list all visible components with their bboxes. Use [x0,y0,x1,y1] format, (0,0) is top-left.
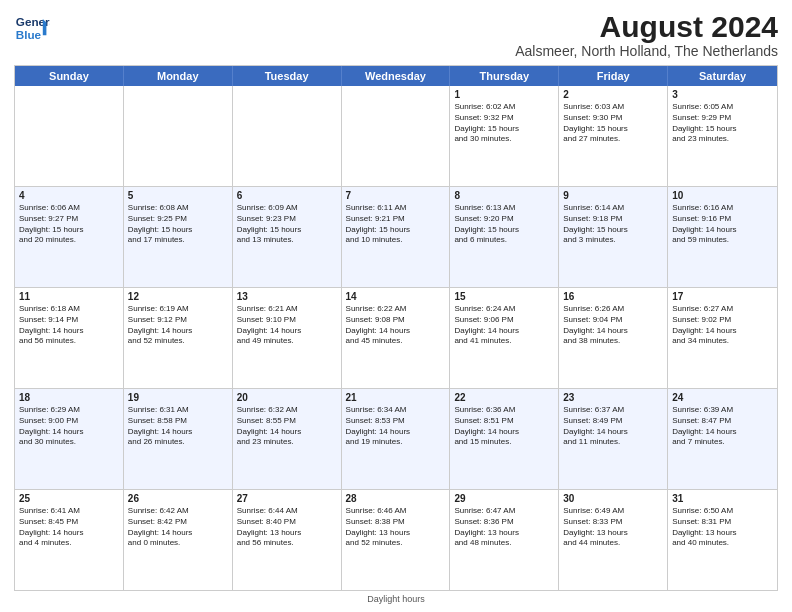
cell-text: Sunrise: 6:47 AM Sunset: 8:36 PM Dayligh… [454,506,554,549]
cal-cell: 8Sunrise: 6:13 AM Sunset: 9:20 PM Daylig… [450,187,559,287]
day-number: 8 [454,190,554,201]
calendar-row-1: 1Sunrise: 6:02 AM Sunset: 9:32 PM Daylig… [15,86,777,186]
calendar-header: SundayMondayTuesdayWednesdayThursdayFrid… [15,66,777,86]
cell-text: Sunrise: 6:27 AM Sunset: 9:02 PM Dayligh… [672,304,773,347]
cell-text: Sunrise: 6:50 AM Sunset: 8:31 PM Dayligh… [672,506,773,549]
day-number: 5 [128,190,228,201]
day-number: 27 [237,493,337,504]
day-number: 10 [672,190,773,201]
cal-cell: 9Sunrise: 6:14 AM Sunset: 9:18 PM Daylig… [559,187,668,287]
day-number: 30 [563,493,663,504]
cell-text: Sunrise: 6:18 AM Sunset: 9:14 PM Dayligh… [19,304,119,347]
cell-text: Sunrise: 6:22 AM Sunset: 9:08 PM Dayligh… [346,304,446,347]
cal-cell: 16Sunrise: 6:26 AM Sunset: 9:04 PM Dayli… [559,288,668,388]
day-number: 25 [19,493,119,504]
cal-cell: 11Sunrise: 6:18 AM Sunset: 9:14 PM Dayli… [15,288,124,388]
day-number: 26 [128,493,228,504]
cell-text: Sunrise: 6:24 AM Sunset: 9:06 PM Dayligh… [454,304,554,347]
cell-text: Sunrise: 6:06 AM Sunset: 9:27 PM Dayligh… [19,203,119,246]
day-header-wednesday: Wednesday [342,66,451,86]
cell-text: Sunrise: 6:31 AM Sunset: 8:58 PM Dayligh… [128,405,228,448]
cell-text: Sunrise: 6:05 AM Sunset: 9:29 PM Dayligh… [672,102,773,145]
cal-cell: 10Sunrise: 6:16 AM Sunset: 9:16 PM Dayli… [668,187,777,287]
calendar-row-2: 4Sunrise: 6:06 AM Sunset: 9:27 PM Daylig… [15,186,777,287]
day-header-thursday: Thursday [450,66,559,86]
cal-cell: 14Sunrise: 6:22 AM Sunset: 9:08 PM Dayli… [342,288,451,388]
cell-text: Sunrise: 6:29 AM Sunset: 9:00 PM Dayligh… [19,405,119,448]
cal-cell: 20Sunrise: 6:32 AM Sunset: 8:55 PM Dayli… [233,389,342,489]
cal-cell: 4Sunrise: 6:06 AM Sunset: 9:27 PM Daylig… [15,187,124,287]
day-number: 20 [237,392,337,403]
cell-text: Sunrise: 6:46 AM Sunset: 8:38 PM Dayligh… [346,506,446,549]
cell-text: Sunrise: 6:19 AM Sunset: 9:12 PM Dayligh… [128,304,228,347]
cal-cell: 2Sunrise: 6:03 AM Sunset: 9:30 PM Daylig… [559,86,668,186]
cell-text: Sunrise: 6:34 AM Sunset: 8:53 PM Dayligh… [346,405,446,448]
cal-cell: 15Sunrise: 6:24 AM Sunset: 9:06 PM Dayli… [450,288,559,388]
cal-cell: 3Sunrise: 6:05 AM Sunset: 9:29 PM Daylig… [668,86,777,186]
cell-text: Sunrise: 6:32 AM Sunset: 8:55 PM Dayligh… [237,405,337,448]
day-number: 7 [346,190,446,201]
day-number: 31 [672,493,773,504]
day-number: 3 [672,89,773,100]
cal-cell: 21Sunrise: 6:34 AM Sunset: 8:53 PM Dayli… [342,389,451,489]
cell-text: Sunrise: 6:49 AM Sunset: 8:33 PM Dayligh… [563,506,663,549]
cal-cell [342,86,451,186]
footer-note: Daylight hours [14,594,778,604]
cal-cell: 23Sunrise: 6:37 AM Sunset: 8:49 PM Dayli… [559,389,668,489]
day-number: 28 [346,493,446,504]
logo: General Blue [14,10,50,46]
day-number: 29 [454,493,554,504]
day-number: 17 [672,291,773,302]
day-number: 9 [563,190,663,201]
cell-text: Sunrise: 6:41 AM Sunset: 8:45 PM Dayligh… [19,506,119,549]
cell-text: Sunrise: 6:39 AM Sunset: 8:47 PM Dayligh… [672,405,773,448]
cal-cell: 18Sunrise: 6:29 AM Sunset: 9:00 PM Dayli… [15,389,124,489]
cell-text: Sunrise: 6:26 AM Sunset: 9:04 PM Dayligh… [563,304,663,347]
cal-cell: 28Sunrise: 6:46 AM Sunset: 8:38 PM Dayli… [342,490,451,590]
cell-text: Sunrise: 6:44 AM Sunset: 8:40 PM Dayligh… [237,506,337,549]
day-number: 16 [563,291,663,302]
logo-icon: General Blue [14,10,50,46]
page: General Blue August 2024 Aalsmeer, North… [0,0,792,612]
cal-cell: 31Sunrise: 6:50 AM Sunset: 8:31 PM Dayli… [668,490,777,590]
day-number: 12 [128,291,228,302]
day-header-monday: Monday [124,66,233,86]
day-header-saturday: Saturday [668,66,777,86]
cell-text: Sunrise: 6:42 AM Sunset: 8:42 PM Dayligh… [128,506,228,549]
day-header-tuesday: Tuesday [233,66,342,86]
cal-cell [124,86,233,186]
cell-text: Sunrise: 6:36 AM Sunset: 8:51 PM Dayligh… [454,405,554,448]
cell-text: Sunrise: 6:02 AM Sunset: 9:32 PM Dayligh… [454,102,554,145]
day-number: 23 [563,392,663,403]
calendar-row-4: 18Sunrise: 6:29 AM Sunset: 9:00 PM Dayli… [15,388,777,489]
cell-text: Sunrise: 6:11 AM Sunset: 9:21 PM Dayligh… [346,203,446,246]
day-number: 11 [19,291,119,302]
calendar-body: 1Sunrise: 6:02 AM Sunset: 9:32 PM Daylig… [15,86,777,590]
cal-cell: 22Sunrise: 6:36 AM Sunset: 8:51 PM Dayli… [450,389,559,489]
cal-cell: 17Sunrise: 6:27 AM Sunset: 9:02 PM Dayli… [668,288,777,388]
cal-cell [233,86,342,186]
cell-text: Sunrise: 6:14 AM Sunset: 9:18 PM Dayligh… [563,203,663,246]
cal-cell: 25Sunrise: 6:41 AM Sunset: 8:45 PM Dayli… [15,490,124,590]
calendar-row-5: 25Sunrise: 6:41 AM Sunset: 8:45 PM Dayli… [15,489,777,590]
cell-text: Sunrise: 6:37 AM Sunset: 8:49 PM Dayligh… [563,405,663,448]
day-header-friday: Friday [559,66,668,86]
month-year: August 2024 [515,10,778,43]
cell-text: Sunrise: 6:16 AM Sunset: 9:16 PM Dayligh… [672,203,773,246]
cell-text: Sunrise: 6:21 AM Sunset: 9:10 PM Dayligh… [237,304,337,347]
day-number: 14 [346,291,446,302]
cal-cell: 6Sunrise: 6:09 AM Sunset: 9:23 PM Daylig… [233,187,342,287]
cell-text: Sunrise: 6:08 AM Sunset: 9:25 PM Dayligh… [128,203,228,246]
cal-cell: 30Sunrise: 6:49 AM Sunset: 8:33 PM Dayli… [559,490,668,590]
day-number: 19 [128,392,228,403]
svg-text:Blue: Blue [16,28,42,41]
cal-cell: 19Sunrise: 6:31 AM Sunset: 8:58 PM Dayli… [124,389,233,489]
day-number: 15 [454,291,554,302]
day-number: 21 [346,392,446,403]
location: Aalsmeer, North Holland, The Netherlands [515,43,778,59]
day-number: 6 [237,190,337,201]
title-block: August 2024 Aalsmeer, North Holland, The… [515,10,778,59]
cal-cell: 29Sunrise: 6:47 AM Sunset: 8:36 PM Dayli… [450,490,559,590]
cal-cell: 24Sunrise: 6:39 AM Sunset: 8:47 PM Dayli… [668,389,777,489]
cell-text: Sunrise: 6:03 AM Sunset: 9:30 PM Dayligh… [563,102,663,145]
